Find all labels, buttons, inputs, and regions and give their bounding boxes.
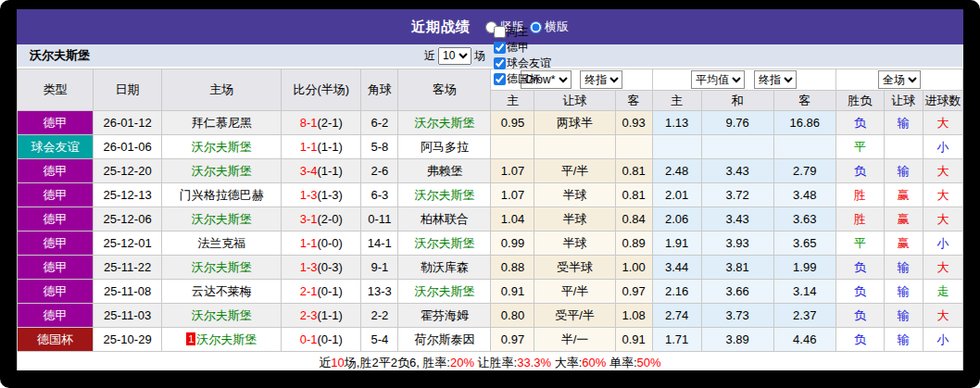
odds1-home-cell: 0.80 [491, 304, 534, 328]
home-team-name: 云达不莱梅 [192, 284, 252, 298]
match-row: 德甲25-11-22沃尔夫斯堡1-3(0-3)9-1勒沃库森0.88受半球1.0… [18, 256, 963, 280]
home-team-name: 拜仁慕尼黑 [192, 116, 252, 130]
away-team-cell: 荷尔斯泰因 [398, 328, 491, 352]
fulltime-score: 0-1 [300, 332, 318, 346]
away-team-cell: 霍芬海姆 [398, 304, 491, 328]
odds2-draw-cell: 3.43 [701, 207, 773, 232]
odds1-away-cell: 0.81 [615, 183, 652, 207]
match-row: 德甲25-12-13门兴格拉德巴赫1-3(1-3)6-3沃尔夫斯堡1.07半球0… [18, 183, 963, 207]
filter-checkbox-德国杯[interactable]: 德国杯 [488, 71, 551, 87]
filter-checkbox-球会友谊[interactable]: 球会友谊 [488, 56, 551, 71]
score-cell: 3-1(2-0) [282, 207, 361, 232]
odds1-away-cell: 1.00 [615, 256, 652, 280]
checkbox-input[interactable] [494, 73, 506, 85]
league-type-cell: 德甲 [18, 207, 94, 232]
odds1-handicap-cell: 半球 [534, 183, 615, 207]
col-header-type: 类型 [18, 69, 94, 111]
summary-text: 单率: [606, 356, 636, 369]
home-team-cell: 沃尔夫斯堡 [162, 135, 282, 159]
odds1-away-cell: 0.91 [615, 328, 652, 352]
checkbox-input[interactable] [494, 42, 506, 54]
league-type-cell: 德甲 [18, 232, 94, 256]
odds1-home-cell: 0.97 [491, 328, 534, 352]
col-header-date: 日期 [94, 69, 162, 111]
odds2-stage-select[interactable]: 终指 [754, 70, 797, 89]
fulltime-score: 2-1 [300, 284, 318, 298]
odds2-away-cell: 3.63 [773, 207, 836, 232]
corner-cell: 14-1 [361, 232, 398, 256]
away-team-name: 荷尔斯泰因 [414, 332, 474, 346]
games-suffix-label: 场 [474, 48, 485, 64]
summary-text: 让胜率: [474, 356, 517, 369]
odds2-home-cell: 1.91 [652, 232, 701, 256]
halftime-score: (1-1) [317, 140, 342, 154]
odds1-handicap-cell: 半球 [534, 232, 615, 256]
fulltime-score: 8-1 [300, 116, 318, 130]
filter-checkbox-德甲[interactable]: 德甲 [488, 40, 551, 56]
checkbox-label: 德国杯 [507, 71, 540, 87]
odds2-away-cell: 3.48 [773, 183, 836, 207]
checkbox-input[interactable] [494, 26, 506, 38]
odds1-handicap-cell: 平/半 [534, 159, 615, 183]
odds2-away-cell: 1.99 [773, 256, 836, 280]
handicap-result-cell [884, 135, 923, 159]
halftime-score: (1-3) [317, 188, 342, 202]
subcol-odds2-away: 客 [773, 91, 836, 111]
away-team-name: 沃尔夫斯堡 [414, 236, 474, 250]
odds2-draw-cell: 3.73 [701, 304, 773, 328]
result-scope-header-cell: 全场 [836, 69, 962, 91]
odds2-home-cell: 1.71 [652, 328, 701, 352]
checkbox-label: 球会友谊 [507, 56, 551, 71]
summary-stat-value: 10 [331, 356, 344, 369]
odds2-home-cell: 2.74 [652, 304, 701, 328]
away-team-cell: 柏林联合 [398, 207, 491, 232]
league-type-cell: 德国杯 [18, 328, 94, 352]
odds2-away-cell: 2.79 [773, 159, 836, 183]
league-filter-checkboxes: 同主德甲球会友谊德国杯 [488, 24, 551, 87]
match-date-cell: 26-01-12 [94, 111, 162, 135]
checkbox-input[interactable] [494, 57, 506, 69]
odds2-draw-cell: 3.66 [701, 280, 773, 304]
away-team-cell: 沃尔夫斯堡 [398, 232, 491, 256]
odds2-source-select[interactable]: 平均值 [691, 70, 745, 89]
score-cell: 1-3(1-3) [282, 183, 361, 207]
odds2-draw-cell: 3.89 [701, 328, 773, 352]
odds2-draw-cell: 3.43 [701, 159, 773, 183]
odds2-away-cell [773, 135, 836, 159]
odds1-handicap-cell: 平/半 [534, 280, 615, 304]
goals-result-cell: 小 [923, 328, 962, 352]
score-cell: 1-1(0-0) [282, 232, 361, 256]
away-team-cell: 勒沃库森 [398, 256, 491, 280]
match-row: 德国杯25-10-291沃尔夫斯堡0-1(0-1)5-4荷尔斯泰因0.97半/一… [18, 328, 963, 352]
goals-result-cell: 小 [923, 232, 962, 256]
odds1-home-cell: 1.07 [491, 159, 534, 183]
away-team-name: 柏林联合 [421, 212, 469, 226]
odds2-home-cell: 2.01 [652, 183, 701, 207]
odds2-away-cell: 16.86 [773, 111, 836, 135]
filter-checkbox-同主[interactable]: 同主 [488, 24, 551, 40]
subcol-odds2-draw: 和 [701, 91, 773, 111]
odds2-home-cell: 2.48 [652, 159, 701, 183]
winlose-result-cell: 负 [836, 304, 884, 328]
score-cell: 0-1(0-1) [282, 328, 361, 352]
handicap-result-cell: 输 [884, 159, 923, 183]
odds2-draw-cell: 3.93 [701, 232, 773, 256]
page-frame: 近期战绩 竖版 横版 沃尔夫斯堡 近 10 场 同主德甲球会友谊德国杯 [0, 0, 980, 388]
away-team-name: 阿马多拉 [421, 140, 469, 154]
result-scope-select[interactable]: 全场 [878, 70, 921, 89]
corner-cell: 6-3 [361, 183, 398, 207]
home-team-cell: 沃尔夫斯堡 [162, 159, 282, 183]
odds1-stage-select[interactable]: 终指 [580, 70, 622, 89]
match-row: 球会友谊26-01-06沃尔夫斯堡1-1(1-1)5-8阿马多拉平小 [18, 135, 963, 159]
odds1-away-cell: 0.89 [615, 232, 652, 256]
home-team-name: 沃尔夫斯堡 [192, 260, 252, 274]
odds2-home-cell [652, 135, 701, 159]
home-team-cell: 门兴格拉德巴赫 [162, 183, 282, 207]
odds1-handicap-cell: 两球半 [534, 111, 615, 135]
league-type-cell: 德甲 [18, 111, 94, 135]
match-row: 德甲25-12-20沃尔夫斯堡3-4(1-1)2-6弗赖堡1.07平/半0.81… [18, 159, 963, 183]
summary-stat-value: 50% [637, 356, 661, 369]
games-count-select[interactable]: 10 [438, 47, 471, 65]
odds2-draw-cell [701, 135, 773, 159]
summary-stat-value: 33.3% [517, 356, 551, 369]
